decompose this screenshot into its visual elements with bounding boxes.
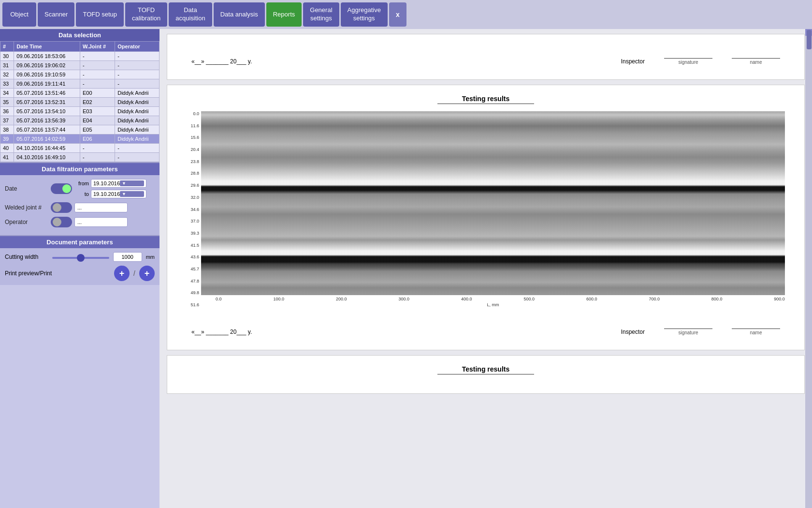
x-axis-tick: 300.0 <box>398 297 409 301</box>
operator-label: Operator <box>5 219 48 225</box>
x-axis-tick: 0.0 <box>216 297 222 301</box>
x-axis-tick: 200.0 <box>336 297 347 301</box>
testing-title-3: Testing results <box>182 365 790 374</box>
x-axis-tick: 600.0 <box>586 297 597 301</box>
date-from-arrow-icon[interactable]: ▼ <box>120 180 144 186</box>
nav-close[interactable]: x <box>389 2 406 27</box>
y-axis-tick: 20.4 <box>187 147 199 152</box>
date-from-select[interactable]: 19.10.2016 ▼ <box>91 179 146 188</box>
x-axis-tick: 700.0 <box>649 297 660 301</box>
signature-col-1: signature <box>664 49 712 65</box>
operator-toggle[interactable] <box>51 217 72 227</box>
y-axis-tick: 51.6 <box>187 302 199 307</box>
sig-line-2 <box>664 319 712 329</box>
table-row[interactable]: 38 05.07.2016 13:57:44 E05 Diddyk Andrii <box>0 125 160 134</box>
table-row[interactable]: 39 05.07.2016 14:02:59 E06 Diddyk Andrii <box>0 134 160 144</box>
data-selection-header: Data selection <box>0 29 160 41</box>
y-axis-tick: 37.0 <box>187 219 199 224</box>
table-row[interactable]: 32 09.06.2016 19:10:59 - - <box>0 70 160 79</box>
table-row[interactable]: 37 05.07.2016 13:56:39 E04 Diddyk Andrii <box>0 116 160 125</box>
y-axis-tick: 49.8 <box>187 290 199 295</box>
inspector-label-2: Inspector <box>621 329 645 335</box>
doc-params-section: Document parameters Cutting width mm Pri… <box>0 235 160 285</box>
signature-caption-1: signature <box>678 60 698 65</box>
date-from-row: from 19.10.2016 ▼ <box>74 179 146 188</box>
table-row[interactable]: 36 05.07.2016 13:54:10 E03 Diddyk Andrii <box>0 107 160 116</box>
cell-operator: Diddyk Andrii <box>115 125 160 134</box>
nav-tofd-setup[interactable]: TOFD setup <box>76 2 124 27</box>
x-axis-label: L, mm <box>201 302 785 307</box>
cutting-width-slider[interactable] <box>52 257 109 259</box>
nav-reports[interactable]: Reports <box>266 2 302 27</box>
nav-tofd-calibration[interactable]: TOFD calibration <box>125 2 167 27</box>
nav-data-acquisition[interactable]: Data acquisition <box>169 2 212 27</box>
cell-operator: - <box>115 52 160 61</box>
cell-wjoint: E06 <box>80 134 115 144</box>
from-label: from <box>74 180 89 186</box>
nav-general-settings[interactable]: General settings <box>303 2 339 27</box>
wjoint-label: Welded joint # <box>5 204 48 211</box>
name-caption-2: name <box>750 330 762 335</box>
cell-datetime: 05.07.2016 13:51:46 <box>14 89 80 98</box>
y-axis-tick: 0.0 <box>187 111 199 116</box>
nav-aggregative-settings[interactable]: Aggregative settings <box>341 2 388 27</box>
nav-data-analysis[interactable]: Data analysis <box>214 2 265 27</box>
table-row[interactable]: 40 04.10.2016 16:44:45 - - <box>0 144 160 153</box>
table-row[interactable]: 35 05.07.2016 13:52:31 E02 Diddyk Andrii <box>0 98 160 107</box>
table-row[interactable]: 41 04.10.2016 16:49:10 - - <box>0 153 160 162</box>
y-axis-tick: 23.8 <box>187 159 199 164</box>
date-toggle[interactable] <box>51 183 72 194</box>
cell-wjoint: - <box>80 70 115 79</box>
nav-object[interactable]: Object <box>2 2 36 27</box>
cell-id: 38 <box>0 125 14 134</box>
print-btn-1[interactable]: + <box>114 266 130 281</box>
table-row[interactable]: 30 09.06.2016 18:53:06 - - <box>0 52 160 61</box>
x-axis: 0.0100.0200.0300.0400.0500.0600.0700.080… <box>201 297 785 301</box>
col-id: # <box>0 42 14 52</box>
sig-line-1 <box>664 49 712 59</box>
name-line-2 <box>732 319 780 329</box>
filter-section: Data filtration parameters Date from 19.… <box>0 162 160 235</box>
wjoint-input[interactable] <box>74 203 128 212</box>
operator-input[interactable] <box>74 217 128 227</box>
date-to-arrow-icon[interactable]: ▼ <box>120 191 144 197</box>
cutting-width-value[interactable] <box>113 252 142 262</box>
cell-id: 34 <box>0 89 14 98</box>
date-to-row: to 19.10.2016 ▼ <box>74 190 146 198</box>
cell-datetime: 09.06.2016 19:11:41 <box>14 79 80 89</box>
right-content[interactable]: «__» _______ 20___ y. Inspector signatur… <box>160 29 812 508</box>
data-table-wrapper[interactable]: # Date Time W.Joint # Operator 30 09.06.… <box>0 41 160 162</box>
cell-operator: - <box>115 144 160 153</box>
date-toggle-wrapper <box>51 183 72 194</box>
inspector-row-2: Inspector signature name <box>621 319 780 335</box>
cutting-width-label: Cutting width <box>5 254 48 260</box>
scan-container: 0.011.615.620.423.828.829.632.034.637.03… <box>182 109 790 314</box>
x-axis-tick: 900.0 <box>774 297 785 301</box>
report-page-3: Testing results <box>167 355 805 394</box>
table-row[interactable]: 33 09.06.2016 19:11:41 - - <box>0 79 160 89</box>
filter-header: Data filtration parameters <box>0 163 160 175</box>
cell-id: 35 <box>0 98 14 107</box>
cell-datetime: 05.07.2016 13:57:44 <box>14 125 80 134</box>
wjoint-toggle-wrapper <box>51 202 72 213</box>
x-axis-tick: 800.0 <box>711 297 723 301</box>
cell-wjoint: E04 <box>80 116 115 125</box>
cell-wjoint: - <box>80 52 115 61</box>
print-btn-2[interactable]: + <box>139 266 155 281</box>
right-scrollbar[interactable]: ▲ <box>805 29 812 508</box>
date-filter-label: Date <box>5 185 48 192</box>
signature-row-2: «__» _______ 20___ y. Inspector signatur… <box>182 314 790 340</box>
date-to-select[interactable]: 19.10.2016 ▼ <box>91 190 146 198</box>
nav-scanner[interactable]: Scanner <box>38 2 74 27</box>
cell-datetime: 04.10.2016 16:49:10 <box>14 153 80 162</box>
scrollbar-thumb[interactable] <box>807 30 812 49</box>
cell-operator: Diddyk Andrii <box>115 107 160 116</box>
cell-datetime: 05.07.2016 14:02:59 <box>14 134 80 144</box>
table-row[interactable]: 34 05.07.2016 13:51:46 E00 Diddyk Andrii <box>0 89 160 98</box>
date-text-1: «__» _______ 20___ y. <box>191 58 252 65</box>
scan-noise-overlay <box>201 111 785 295</box>
col-wjoint: W.Joint # <box>80 42 115 52</box>
date-filter-row: Date from 19.10.2016 ▼ <box>5 179 155 198</box>
table-row[interactable]: 31 09.06.2016 19:06:02 - - <box>0 61 160 70</box>
wjoint-toggle[interactable] <box>51 202 72 213</box>
